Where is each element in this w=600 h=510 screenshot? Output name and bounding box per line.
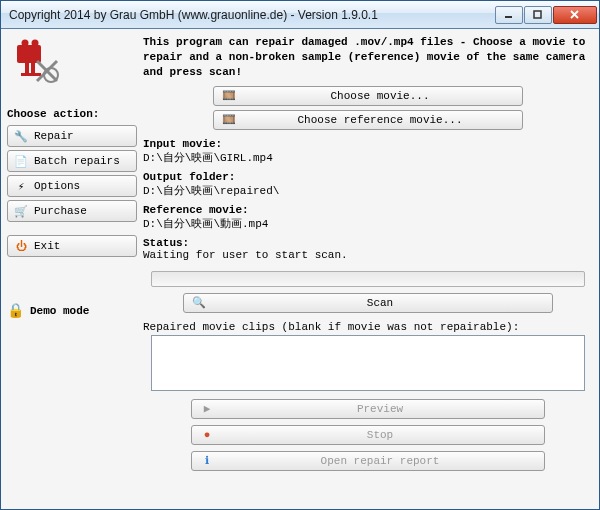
repaired-clips-label: Repaired movie clips (blank if movie was… — [143, 321, 593, 333]
preview-button[interactable]: ▶ Preview — [191, 399, 545, 419]
output-folder-label: Output folder: — [143, 171, 593, 183]
svg-rect-1 — [534, 11, 541, 18]
progress-bar — [151, 271, 585, 287]
window-title: Copyright 2014 by Grau GmbH (www.grauonl… — [9, 8, 494, 22]
power-icon: ⏻ — [14, 239, 28, 253]
app-logo — [11, 39, 63, 91]
purchase-label: Purchase — [34, 205, 87, 217]
magnifier-icon: 🔍 — [192, 296, 206, 310]
demo-mode-label: Demo mode — [30, 305, 89, 317]
svg-rect-7 — [25, 63, 29, 73]
cart-icon: 🛒 — [14, 204, 28, 218]
preview-label: Preview — [224, 403, 536, 415]
choose-movie-button[interactable]: 🎞️ Choose movie... — [213, 86, 523, 106]
status-label: Status: — [143, 237, 593, 249]
stop-icon: ● — [200, 428, 214, 442]
reference-movie-label: Reference movie: — [143, 204, 593, 216]
window-controls — [494, 6, 597, 24]
choose-movie-label: Choose movie... — [246, 90, 514, 102]
titlebar: Copyright 2014 by Grau GmbH (www.grauonl… — [1, 1, 599, 29]
repair-button[interactable]: 🔧 Repair — [7, 125, 137, 147]
app-window: Copyright 2014 by Grau GmbH (www.grauonl… — [0, 0, 600, 510]
exit-label: Exit — [34, 240, 60, 252]
svg-rect-8 — [31, 63, 35, 73]
film-icon: 🎞️ — [222, 89, 236, 103]
sidebar-heading: Choose action: — [7, 108, 137, 120]
sidebar: Choose action: 🔧 Repair 📄 Batch repairs … — [7, 35, 137, 503]
stop-label: Stop — [224, 429, 536, 441]
repair-label: Repair — [34, 130, 74, 142]
svg-rect-9 — [21, 73, 41, 76]
stop-button[interactable]: ● Stop — [191, 425, 545, 445]
close-button[interactable] — [553, 6, 597, 24]
wrench-icon: 🔧 — [14, 129, 28, 143]
svg-point-5 — [22, 40, 29, 47]
status-value: Waiting for user to start scan. — [143, 249, 593, 261]
instructions-text: This program can repair damaged .mov/.mp… — [143, 35, 593, 80]
svg-rect-4 — [17, 45, 41, 63]
choose-reference-button[interactable]: 🎞️ Choose reference movie... — [213, 110, 523, 130]
svg-point-6 — [32, 40, 39, 47]
output-folder-value: D:\自分\映画\repaired\ — [143, 183, 593, 198]
lightning-icon: ⚡ — [14, 179, 28, 193]
main-panel: This program can repair damaged .mov/.mp… — [143, 35, 593, 503]
exit-button[interactable]: ⏻ Exit — [7, 235, 137, 257]
open-report-button[interactable]: ℹ Open repair report — [191, 451, 545, 471]
options-button[interactable]: ⚡ Options — [7, 175, 137, 197]
bottom-buttons: ▶ Preview ● Stop ℹ Open repair report — [183, 397, 553, 473]
info-icon: ℹ — [200, 454, 214, 468]
content: Choose action: 🔧 Repair 📄 Batch repairs … — [1, 29, 599, 509]
open-report-label: Open repair report — [224, 455, 536, 467]
input-movie-value: D:\自分\映画\GIRL.mp4 — [143, 150, 593, 165]
scan-button[interactable]: 🔍 Scan — [183, 293, 553, 313]
reference-movie-value: D:\自分\映画\動画.mp4 — [143, 216, 593, 231]
purchase-button[interactable]: 🛒 Purchase — [7, 200, 137, 222]
input-movie-label: Input movie: — [143, 138, 593, 150]
demo-mode-row: 🔒 Demo mode — [7, 302, 137, 319]
repaired-clips-list[interactable] — [151, 335, 585, 391]
lock-icon: 🔒 — [7, 302, 24, 319]
options-label: Options — [34, 180, 80, 192]
play-icon: ▶ — [200, 402, 214, 416]
minimize-button[interactable] — [495, 6, 523, 24]
scan-label: Scan — [216, 297, 544, 309]
film-icon: 🎞️ — [222, 113, 236, 127]
document-icon: 📄 — [14, 154, 28, 168]
choose-reference-label: Choose reference movie... — [246, 114, 514, 126]
batch-repairs-button[interactable]: 📄 Batch repairs — [7, 150, 137, 172]
batch-label: Batch repairs — [34, 155, 120, 167]
maximize-button[interactable] — [524, 6, 552, 24]
